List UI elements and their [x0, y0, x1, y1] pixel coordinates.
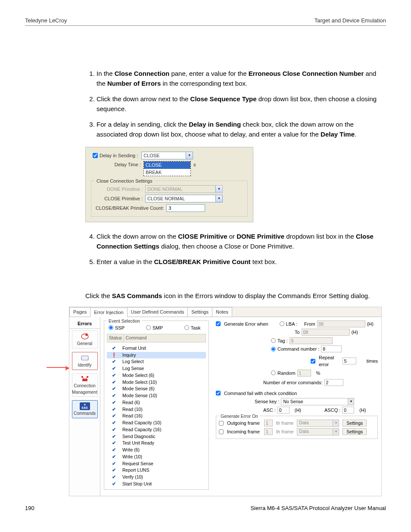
- sidebar-item-commands[interactable]: ✦SAS Commands: [72, 400, 98, 418]
- sidebar-header: Errors: [69, 319, 100, 329]
- done-primitive-dropdown: DONE NORMAL ▼: [145, 185, 223, 193]
- table-row[interactable]: ✔Format Unit: [107, 345, 206, 352]
- table-row[interactable]: ✔Read (10): [107, 406, 206, 413]
- header-left: Teledyne LeCroy: [25, 17, 67, 24]
- generate-error-when-checkbox[interactable]: [216, 321, 221, 326]
- outgoing-settings-button[interactable]: Settings: [342, 420, 367, 426]
- delay-unit: s: [193, 161, 196, 168]
- check-icon: ✔: [111, 454, 117, 460]
- chevron-down-icon: ▼: [333, 429, 339, 435]
- delay-in-sending-checkbox[interactable]: [93, 153, 98, 158]
- delay-time-label: Delay Time :: [91, 161, 143, 168]
- check-condition-checkbox[interactable]: [216, 391, 221, 395]
- num-err-input[interactable]: [324, 379, 343, 386]
- sidebar-item-connection-management[interactable]: Connection Management: [72, 373, 98, 397]
- radio-ssp[interactable]: SSP: [109, 324, 125, 332]
- delay-options-list[interactable]: CLOSE BREAK: [143, 161, 191, 176]
- table-row[interactable]: ✔Write (10): [107, 454, 206, 460]
- steps-list-2: Click the down arrow on the ClOSE Primit…: [85, 232, 382, 267]
- chevron-down-icon[interactable]: ▼: [348, 398, 354, 405]
- step-2: Click the down arrow next to the Close S…: [97, 94, 382, 114]
- table-row[interactable]: ✔Send Diagnostic: [107, 433, 206, 440]
- table-row[interactable]: ✔Log Select: [107, 358, 206, 365]
- check-icon: ✔: [111, 433, 117, 440]
- option-break[interactable]: BREAK: [144, 169, 190, 176]
- table-row[interactable]: ✔Mode Select (10): [107, 379, 206, 386]
- repeat-input[interactable]: [342, 358, 356, 364]
- table-row[interactable]: ✔Read (6): [107, 399, 206, 406]
- exclaim-icon: ❗: [111, 352, 117, 359]
- command-rows[interactable]: ✔Format Unit❗Inquiry✔Log Select✔Log Sens…: [107, 345, 206, 488]
- tab-pages[interactable]: Pages: [69, 307, 90, 317]
- chevron-down-icon[interactable]: ▼: [215, 195, 222, 202]
- sas-icon: ✦SAS: [80, 402, 90, 410]
- ascq-input[interactable]: [342, 407, 354, 414]
- step-4: Click the down arrow on the ClOSE Primit…: [97, 232, 382, 251]
- repeat-checkbox[interactable]: [311, 359, 315, 364]
- radio-smp[interactable]: SMP: [146, 324, 163, 332]
- table-row[interactable]: ✔Mode Sense (6): [107, 386, 206, 392]
- check-icon: ✔: [111, 413, 117, 420]
- tab-bar: Pages Error Injection User Defined Comma…: [69, 307, 381, 317]
- primitive-count-input[interactable]: [166, 204, 205, 212]
- table-row[interactable]: ✔Read Capacity (16): [107, 426, 206, 433]
- table-row[interactable]: ❗Inquiry: [107, 352, 206, 359]
- table-row[interactable]: ✔Report LUNS: [107, 467, 206, 474]
- check-icon: ✔: [111, 440, 117, 447]
- event-selection-group: Event Selection SSP SMP Task StatusComma…: [104, 320, 209, 490]
- delay-settings-figure: Delay in Sending : CLOSE ▼ Delay Time : …: [85, 147, 253, 222]
- command-table: StatusCommand: [107, 334, 206, 342]
- lba-to-input: [302, 329, 350, 336]
- done-primitive-label: DONE Primitive :: [96, 186, 145, 193]
- steps-list-1: In the Close Connection pane, enter a va…: [85, 69, 382, 139]
- cmdnum-input[interactable]: [321, 345, 342, 352]
- option-close[interactable]: CLOSE: [144, 162, 190, 169]
- table-row[interactable]: ✔Start Stop Unit: [107, 481, 206, 488]
- step-3: For a delay in sending, click the Delay …: [97, 120, 382, 139]
- radio-lba[interactable]: LBA :: [280, 320, 297, 328]
- check-icon: ✔: [111, 358, 117, 365]
- page-number: 190: [25, 505, 34, 511]
- incoming-settings-button[interactable]: Settings: [342, 428, 367, 435]
- incoming-n-input: [264, 428, 273, 435]
- table-row[interactable]: ✔Request Sense: [107, 460, 206, 467]
- check-icon: ✔: [111, 372, 117, 379]
- outgoing-checkbox[interactable]: [219, 421, 224, 426]
- table-row[interactable]: ✔Verify (10): [107, 474, 206, 481]
- table-row[interactable]: ✔Read (16): [107, 413, 206, 420]
- chevron-down-icon: ▼: [333, 420, 339, 426]
- tab-settings[interactable]: Settings: [187, 307, 212, 317]
- check-icon: ✔: [111, 447, 117, 454]
- table-row[interactable]: ✔Mode Select (6): [107, 372, 206, 379]
- table-row[interactable]: ✔Read Capacity (10): [107, 420, 206, 426]
- page-header: Teledyne LeCroy Target and Device Emulat…: [25, 17, 386, 26]
- check-icon: ✔: [111, 474, 117, 481]
- check-icon: ✔: [111, 420, 117, 426]
- radio-random[interactable]: Random: [271, 370, 296, 377]
- table-row[interactable]: ✔Mode Sense (10): [107, 392, 206, 399]
- sidebar-item-identify[interactable]: Identify: [72, 352, 98, 370]
- identify-icon: [80, 354, 90, 362]
- delay-dropdown[interactable]: CLOSE ▼: [141, 152, 193, 159]
- incoming-checkbox[interactable]: [219, 429, 224, 434]
- radio-tag[interactable]: Tag :: [271, 337, 288, 345]
- commands-error-figure: ▸ Pages Error Injection User Defined Com…: [47, 307, 382, 496]
- tab-error-injection[interactable]: Error Injection: [90, 308, 127, 317]
- radio-task[interactable]: Task: [184, 324, 201, 332]
- close-primitive-dropdown[interactable]: CLOSE NORMAL ▼: [145, 195, 223, 202]
- check-icon: ✔: [111, 392, 117, 399]
- radio-cmdnum[interactable]: Command number :: [271, 345, 319, 353]
- sidebar-item-general[interactable]: General: [72, 330, 98, 348]
- chevron-down-icon[interactable]: ▼: [186, 152, 193, 159]
- tab-user-defined[interactable]: User Defined Commands: [127, 307, 188, 317]
- tab-notes[interactable]: Notes: [212, 307, 232, 317]
- connection-icon: [80, 375, 90, 383]
- sense-key-dropdown[interactable]: No Sense ▼: [281, 398, 354, 405]
- table-row[interactable]: ✔Write (6): [107, 447, 206, 454]
- table-row[interactable]: ✔Log Sense: [107, 365, 206, 372]
- header-right: Target and Device Emulation: [314, 17, 386, 24]
- chevron-down-icon: ▼: [215, 186, 222, 193]
- manual-title: Sierra M6-4 SAS/SATA Protocol Analyzer U…: [250, 505, 386, 511]
- table-row[interactable]: ✔Test Unit Ready: [107, 440, 206, 447]
- asc-input[interactable]: [277, 407, 290, 414]
